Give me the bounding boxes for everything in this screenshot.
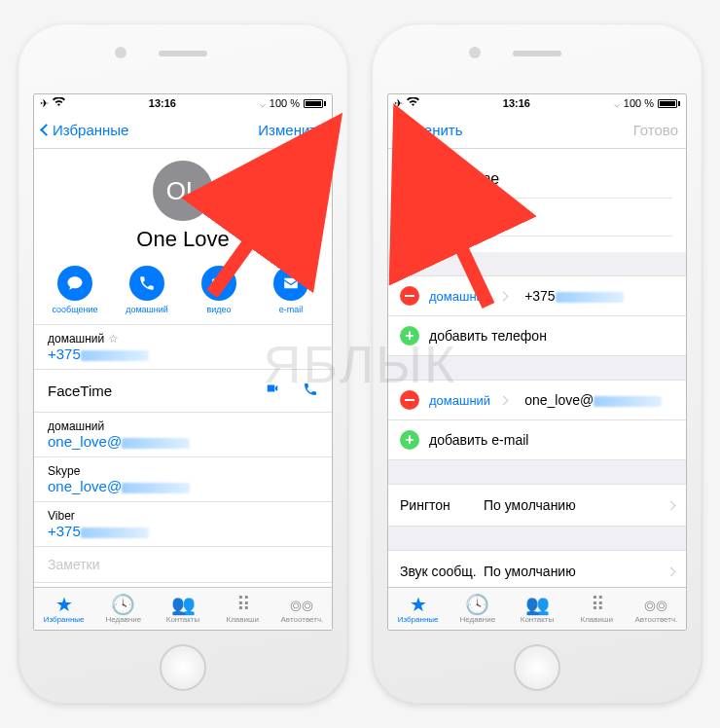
home-email-value: one_love@ bbox=[48, 433, 122, 450]
clock-icon: 🕓 bbox=[465, 595, 489, 614]
tab-label: Автоответч. bbox=[635, 615, 678, 624]
viber-label: Viber bbox=[48, 509, 318, 523]
contact-view: OL One Love сообщение домашний видео bbox=[34, 149, 332, 587]
tab-label: Клавиши bbox=[581, 615, 613, 624]
nav-bar: Избранные Изменить bbox=[34, 112, 332, 149]
call-label: домашний bbox=[126, 305, 168, 314]
redacted bbox=[556, 292, 624, 303]
wifi-icon bbox=[407, 97, 419, 109]
video-action[interactable]: видео bbox=[192, 266, 246, 314]
tab-voicemail[interactable]: ⌾⌾Автоответч. bbox=[627, 588, 686, 630]
keypad-icon: ⠿ bbox=[236, 595, 249, 614]
bluetooth-icon: ⌵ bbox=[614, 98, 620, 109]
notes-row[interactable]: Заметки bbox=[34, 546, 332, 582]
phone-right: ✈︎ 13:16 ⌵ 100 % Отменить Готово фото bbox=[372, 23, 702, 705]
back-button[interactable]: Избранные bbox=[42, 122, 128, 138]
tab-favorites[interactable]: ★Избранные bbox=[388, 588, 448, 630]
airplane-icon: ✈︎ bbox=[40, 97, 49, 110]
add-photo-button[interactable]: фото bbox=[402, 161, 456, 215]
home-phone-row[interactable]: домашний ☆ +375 bbox=[34, 324, 332, 369]
tab-keypad[interactable]: ⠿Клавиши bbox=[567, 588, 627, 630]
phone-row[interactable]: домашний +375 bbox=[388, 275, 686, 316]
status-bar: ✈︎ 13:16 ⌵ 100 % bbox=[34, 94, 332, 112]
texttone-value: По умолчанию bbox=[484, 564, 667, 579]
facetime-video-icon[interactable] bbox=[264, 382, 281, 400]
skype-row[interactable]: Skype one_love@ bbox=[34, 456, 332, 501]
ringtone-row[interactable]: Рингтон По умолчанию bbox=[388, 484, 686, 527]
phone-value[interactable]: +375 bbox=[524, 288, 556, 304]
airplane-icon: ✈︎ bbox=[394, 97, 403, 110]
tab-recents[interactable]: 🕓Недавние bbox=[448, 588, 507, 630]
tab-contacts[interactable]: 👥Контакты bbox=[153, 588, 212, 630]
contact-avatar[interactable]: OL bbox=[153, 161, 213, 221]
chevron-right-icon bbox=[666, 566, 676, 576]
redacted bbox=[122, 438, 190, 449]
home-phone-value: +375 bbox=[48, 346, 81, 362]
redacted bbox=[81, 350, 149, 361]
voicemail-icon: ⌾⌾ bbox=[644, 595, 667, 614]
wifi-icon bbox=[53, 97, 65, 109]
tab-label: Избранные bbox=[44, 615, 85, 624]
message-action[interactable]: сообщение bbox=[48, 266, 102, 314]
star-icon: ☆ bbox=[108, 332, 119, 346]
home-button[interactable] bbox=[160, 644, 206, 691]
home-email-row[interactable]: домашний one_love@ bbox=[34, 412, 332, 456]
redacted bbox=[122, 483, 190, 493]
message-label: сообщение bbox=[52, 305, 97, 314]
remove-email-icon[interactable] bbox=[400, 390, 419, 410]
quick-actions: сообщение домашний видео e-mail bbox=[34, 266, 332, 314]
tab-recents[interactable]: 🕓Недавние bbox=[93, 588, 153, 630]
star-icon: ★ bbox=[410, 595, 427, 614]
edit-label: Изменить bbox=[258, 122, 324, 138]
last-name-field[interactable]: Love bbox=[470, 199, 672, 237]
tab-keypad[interactable]: ⠿Клавиши bbox=[213, 588, 272, 630]
email-row[interactable]: домашний one_love@ bbox=[388, 380, 686, 420]
facetime-row[interactable]: FaceTime bbox=[34, 369, 332, 412]
done-label: Готово bbox=[633, 122, 678, 138]
remove-phone-icon[interactable] bbox=[400, 286, 419, 306]
edit-button[interactable]: Изменить bbox=[258, 122, 324, 138]
facetime-audio-icon[interactable] bbox=[303, 382, 318, 400]
battery-pct: 100 % bbox=[624, 97, 654, 109]
add-email-row[interactable]: добавить e-mail bbox=[388, 420, 686, 460]
screen-right: ✈︎ 13:16 ⌵ 100 % Отменить Готово фото bbox=[387, 93, 687, 631]
add-phone-label: добавить телефон bbox=[429, 328, 547, 344]
email-value[interactable]: one_love@ bbox=[524, 392, 594, 408]
tab-voicemail[interactable]: ⌾⌾Автоответч. bbox=[272, 588, 332, 630]
redacted bbox=[594, 396, 662, 407]
chevron-right-icon bbox=[499, 291, 509, 301]
add-phone-row[interactable]: добавить телефон bbox=[388, 316, 686, 356]
add-phone-icon[interactable] bbox=[400, 326, 419, 346]
viber-row[interactable]: Viber +375 bbox=[34, 501, 332, 546]
phone-type-label[interactable]: домашний bbox=[429, 289, 490, 304]
email-type-label[interactable]: домашний bbox=[429, 393, 490, 408]
tab-label: Контакты bbox=[166, 615, 200, 624]
edit-contact-view: фото One Love домашний +375 доб bbox=[388, 149, 686, 587]
home-phone-label: домашний bbox=[48, 332, 104, 346]
cancel-label: Отменить bbox=[396, 122, 463, 138]
voicemail-icon: ⌾⌾ bbox=[290, 595, 313, 614]
ringtone-key: Рингтон bbox=[400, 497, 484, 513]
done-button[interactable]: Готово bbox=[633, 122, 678, 138]
contacts-icon: 👥 bbox=[171, 595, 196, 614]
send-message-row[interactable]: Отправить сообщение bbox=[34, 582, 332, 587]
call-action[interactable]: домашний bbox=[120, 266, 174, 314]
email-action[interactable]: e-mail bbox=[264, 266, 318, 314]
add-email-icon[interactable] bbox=[400, 430, 419, 450]
bluetooth-icon: ⌵ bbox=[260, 98, 266, 109]
company-field[interactable] bbox=[470, 237, 672, 252]
chevron-right-icon bbox=[499, 395, 509, 405]
tab-label: Клавиши bbox=[227, 615, 259, 624]
tab-favorites[interactable]: ★Избранные bbox=[34, 588, 93, 630]
text-tone-row[interactable]: Звук сообщ. По умолчанию bbox=[388, 550, 686, 587]
first-name-field[interactable]: One bbox=[470, 161, 672, 199]
tab-bar: ★Избранные 🕓Недавние 👥Контакты ⠿Клавиши … bbox=[34, 587, 332, 630]
home-button[interactable] bbox=[514, 644, 560, 691]
tab-label: Контакты bbox=[521, 615, 555, 624]
viber-value: +375 bbox=[48, 523, 81, 539]
status-time: 13:16 bbox=[149, 97, 176, 109]
tab-contacts[interactable]: 👥Контакты bbox=[507, 588, 566, 630]
contact-name: One Love bbox=[34, 227, 332, 252]
tab-label: Недавние bbox=[105, 615, 141, 624]
cancel-button[interactable]: Отменить bbox=[396, 122, 463, 138]
